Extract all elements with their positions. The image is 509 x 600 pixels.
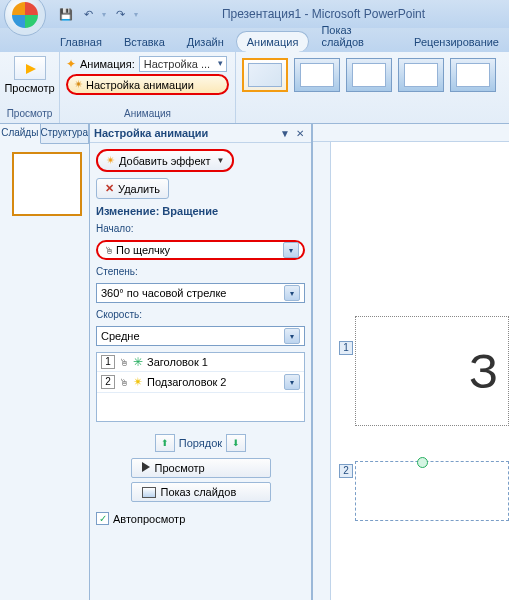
effect-number: 2 [101,375,115,389]
effect-list-item[interactable]: 1 🖱 ✳ Заголовок 1 [97,353,304,372]
title-placeholder[interactable]: З [355,316,509,426]
panel-tab-structure[interactable]: Структура [41,124,89,143]
chevron-down-icon: ▾ [283,242,299,258]
add-effect-button[interactable]: ✴ Добавить эффект ▼ [96,149,234,172]
chevron-down-icon[interactable]: ▾ [284,374,300,390]
work-area: Слайды Структура Настройка анимации ▼ ✕ … [0,124,509,600]
degree-combo[interactable]: 360° по часовой стрелке ▾ [96,283,305,303]
chevron-down-icon: ▾ [284,285,300,301]
effect-name: Подзаголовок 2 [147,376,227,388]
slideshow-button[interactable]: Показ слайдов [131,482,271,502]
play-button[interactable]: Просмотр [131,458,271,478]
animation-combo[interactable]: Настройка ... [139,56,227,72]
order-up-button[interactable]: ⬆ [155,434,175,452]
effect-type-icon: ✴ [133,375,143,389]
subtitle-placeholder[interactable] [355,461,509,521]
preview-button[interactable]: Просмотр [4,54,55,96]
preview-icon [14,56,46,80]
transition-item[interactable] [398,58,444,92]
animation-label: Анимация: [80,58,135,70]
save-icon[interactable]: 💾 [58,6,74,22]
slideshow-icon [142,487,156,498]
checkbox-checked-icon[interactable]: ✓ [96,512,109,525]
effect-list: 1 🖱 ✳ Заголовок 1 2 🖱 ✴ Подзаголовок 2 ▾ [96,352,305,422]
animation-star-icon: ✦ [66,57,76,71]
effect-name: Заголовок 1 [147,356,208,368]
thumbnail-area [0,144,89,224]
speed-combo[interactable]: Средне ▾ [96,326,305,346]
ribbon: Просмотр Просмотр ✦ Анимация: Настройка … [0,52,509,124]
mouse-click-icon: 🖱 [102,245,116,256]
add-effect-label: Добавить эффект [119,155,210,167]
title-bar: 💾 ↶ ▾ ↷ ▾ Презентация1 - Microsoft Power… [0,0,509,28]
animation-settings-icon: ✴ [74,78,83,91]
transition-item[interactable] [450,58,496,92]
slide-thumbnail[interactable] [12,152,82,216]
quick-access-toolbar: 💾 ↶ ▾ ↷ ▾ [58,6,138,22]
title-text: З [469,344,508,399]
delete-effect-button[interactable]: ✕ Удалить [96,178,169,199]
order-controls: ⬆ Порядок ⬇ [96,434,305,452]
autopreview-label: Автопросмотр [113,513,185,525]
transition-item[interactable] [346,58,392,92]
tab-design[interactable]: Дизайн [177,32,234,52]
transition-item[interactable] [242,58,288,92]
preview-label: Просмотр [4,82,54,94]
autopreview-row[interactable]: ✓ Автопросмотр [96,512,305,525]
transition-item[interactable] [294,58,340,92]
speed-value: Средне [101,330,284,342]
animation-task-pane: Настройка анимации ▼ ✕ ✴ Добавить эффект… [90,124,312,600]
delete-label: Удалить [118,183,160,195]
ribbon-group-animation: ✦ Анимация: Настройка ... ✴ Настройка ан… [60,52,236,123]
window-title: Презентация1 - Microsoft PowerPoint [138,7,509,21]
delete-x-icon: ✕ [105,182,114,195]
animation-group-label: Анимация [64,108,231,121]
mouse-click-icon: 🖱 [119,357,129,368]
pane-title: Настройка анимации [94,127,277,139]
ribbon-group-preview: Просмотр Просмотр [0,52,60,123]
degree-value: 360° по часовой стрелке [101,287,284,299]
degree-label: Степень: [96,266,305,277]
tab-review[interactable]: Рецензирование [404,32,509,52]
ribbon-tabs: Главная Вставка Дизайн Анимация Показ сл… [0,28,509,52]
animation-tag[interactable]: 1 [339,341,353,355]
redo-icon[interactable]: ↷ [112,6,128,22]
slide-canvas-area: З 1 2 [312,124,509,600]
office-logo-icon [12,2,38,28]
chevron-down-icon: ▾ [284,328,300,344]
tab-home[interactable]: Главная [50,32,112,52]
vertical-ruler [313,142,331,600]
transition-gallery [236,52,502,123]
start-combo[interactable]: 🖱 По щелчку ▾ [96,240,305,260]
panel-tab-slides[interactable]: Слайды [0,124,41,144]
horizontal-ruler [313,124,509,142]
change-section-label: Изменение: Вращение [96,205,305,217]
order-label: Порядок [179,437,222,449]
panel-tabs: Слайды Структура [0,124,89,144]
pane-close-icon[interactable]: ✕ [293,128,307,139]
tab-insert[interactable]: Вставка [114,32,175,52]
animation-tag[interactable]: 2 [339,464,353,478]
mouse-click-icon: 🖱 [119,377,129,388]
preview-group-label: Просмотр [4,108,55,121]
undo-icon[interactable]: ↶ [80,6,96,22]
start-value: По щелчку [116,244,283,256]
add-effect-star-icon: ✴ [106,154,115,167]
qat-drop-icon[interactable]: ▾ [102,10,106,19]
slideshow-label: Показ слайдов [161,486,237,498]
speed-label: Скорость: [96,309,305,320]
effect-type-icon: ✳ [133,355,143,369]
play-icon [142,462,150,474]
slide-canvas[interactable]: З 1 2 [335,146,509,600]
animation-settings-button[interactable]: ✴ Настройка анимации [66,74,229,95]
tab-slideshow[interactable]: Показ слайдов [311,20,402,52]
pane-menu-icon[interactable]: ▼ [277,128,293,139]
tab-animation[interactable]: Анимация [236,31,310,52]
effect-list-item[interactable]: 2 🖱 ✴ Подзаголовок 2 ▾ [97,372,304,393]
order-down-button[interactable]: ⬇ [226,434,246,452]
animation-settings-label: Настройка анимации [86,79,194,91]
effect-number: 1 [101,355,115,369]
start-label: Начало: [96,223,305,234]
dropdown-icon: ▼ [216,156,224,165]
slides-panel: Слайды Структура [0,124,90,600]
